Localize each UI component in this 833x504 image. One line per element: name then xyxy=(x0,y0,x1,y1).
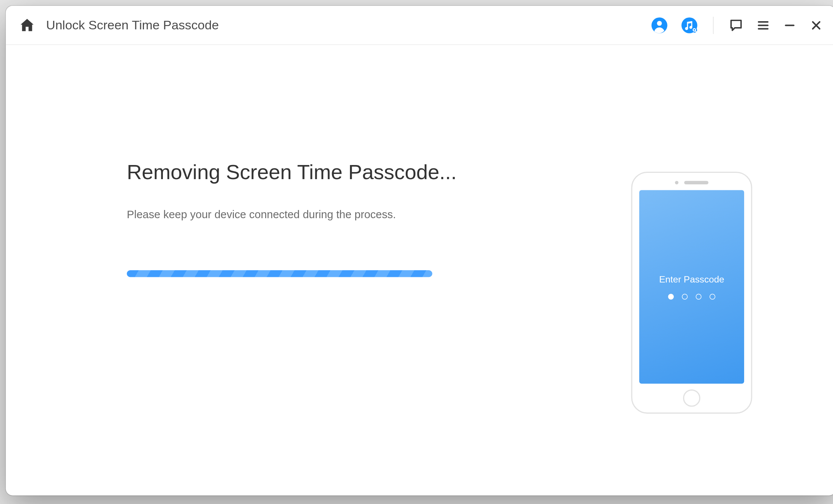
close-button[interactable] xyxy=(809,18,823,32)
phone-screen-label: Enter Passcode xyxy=(659,274,724,285)
chat-icon xyxy=(729,17,743,32)
close-icon xyxy=(809,18,823,32)
status-subtext: Please keep your device connected during… xyxy=(127,209,582,221)
phone-illustration-wrap: Enter Passcode xyxy=(617,160,767,414)
passcode-dot-icon xyxy=(710,294,715,300)
passcode-dot-icon xyxy=(696,294,702,300)
phone-top xyxy=(675,181,708,184)
minimize-button[interactable] xyxy=(783,18,797,32)
account-button[interactable] xyxy=(651,16,668,33)
titlebar-actions xyxy=(651,16,823,33)
status-heading: Removing Screen Time Passcode... xyxy=(127,160,582,184)
app-window: Unlock Screen Time Passcode xyxy=(6,6,833,496)
home-button[interactable] xyxy=(19,16,36,33)
divider xyxy=(713,16,714,33)
music-button[interactable] xyxy=(681,16,698,33)
status-panel: Removing Screen Time Passcode... Please … xyxy=(52,160,617,277)
phone-illustration: Enter Passcode xyxy=(631,172,752,414)
progress-bar xyxy=(127,270,432,277)
page-title: Unlock Screen Time Passcode xyxy=(46,17,219,32)
menu-button[interactable] xyxy=(756,18,770,32)
phone-home-button-icon xyxy=(683,390,701,407)
home-icon xyxy=(19,16,36,33)
passcode-dot-icon xyxy=(668,294,674,300)
svg-point-1 xyxy=(657,20,662,25)
user-icon xyxy=(651,16,668,33)
phone-screen: Enter Passcode xyxy=(639,190,744,384)
passcode-dots xyxy=(668,294,715,300)
phone-camera-dot xyxy=(675,181,678,184)
hamburger-icon xyxy=(756,18,770,32)
titlebar: Unlock Screen Time Passcode xyxy=(6,6,833,45)
main-content: Removing Screen Time Passcode... Please … xyxy=(6,45,833,495)
passcode-dot-icon xyxy=(682,294,688,300)
phone-speaker xyxy=(684,181,708,184)
feedback-button[interactable] xyxy=(729,17,743,32)
music-search-icon xyxy=(681,16,698,33)
minimize-icon xyxy=(783,18,797,32)
